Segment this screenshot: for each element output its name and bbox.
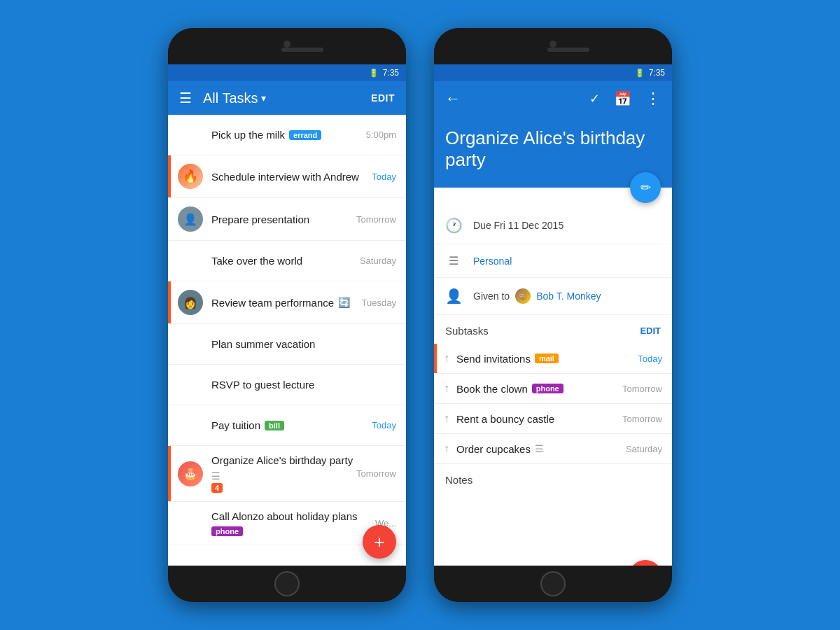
subtask-due: Tomorrow — [622, 384, 662, 394]
menu-icon[interactable]: ☰ — [179, 90, 192, 106]
right-screen: 🔋 7:35 ← ✓ 📅 ⋮ Organize Alice's birthday… — [434, 64, 672, 566]
subtask-item[interactable]: ↑ Send invitations mail Today — [434, 344, 672, 374]
app-title[interactable]: All Tasks ▾ — [203, 90, 266, 106]
repeat-icon: 🔄 — [338, 297, 350, 308]
task-title: Schedule interview with Andrew — [211, 171, 372, 183]
app-header-left: ☰ All Tasks ▾ EDIT — [168, 81, 406, 115]
subtasks-edit-button[interactable]: EDIT — [640, 326, 661, 336]
bottom-bezel-right — [434, 566, 672, 602]
avatar: 🔥 — [178, 164, 203, 189]
battery-icon-right: 🔋 — [635, 69, 645, 78]
task-title: Plan summer vacation — [211, 338, 396, 350]
subtask-arrow-icon: ↑ — [444, 412, 449, 425]
task-text: Plan summer vacation — [211, 338, 396, 350]
subtask-item[interactable]: ↑ Order cupcakes ☰ Saturday — [434, 434, 672, 464]
status-bar-left: 🔋 7:35 — [168, 64, 406, 81]
task-list: Pick up the milk errand 5:00pm 🔥 Schedul… — [168, 115, 406, 566]
time-right: 7:35 — [649, 68, 665, 78]
assignee-info: Given to 🐒 Bob T. Monkey — [473, 288, 601, 304]
subtask-count: 4 — [211, 483, 223, 493]
speaker-right — [547, 48, 589, 52]
subtasks-header: Subtasks EDIT — [434, 315, 672, 344]
task-item[interactable]: 👩 Review team performance 🔄 Tuesday — [168, 281, 406, 324]
list-row: ☰ Personal — [434, 244, 672, 278]
task-detail-content: 🕐 Due Fri 11 Dec 2015 ☰ Personal 👤 Given… — [434, 188, 672, 566]
detail-header: ← ✓ 📅 ⋮ — [434, 81, 672, 116]
mail-badge: mail — [535, 354, 559, 363]
subtask-item[interactable]: ↑ Rent a bouncy castle Tomorrow — [434, 404, 672, 434]
speaker — [281, 48, 323, 52]
calendar-icon[interactable]: 📅 — [614, 90, 631, 107]
person-icon: 👤 — [445, 288, 462, 304]
task-item[interactable]: 🎂 Organize Alice's birthday party ☰ 4 To… — [168, 446, 406, 502]
camera-right — [550, 41, 556, 48]
task-text: Schedule interview with Andrew — [211, 171, 372, 183]
subtask-arrow-icon: ↑ — [444, 352, 449, 365]
task-item[interactable]: Plan summer vacation — [168, 324, 406, 365]
top-bezel-right — [434, 28, 672, 64]
task-item[interactable]: 🔥 Schedule interview with Andrew Today — [168, 155, 406, 198]
assignee-row: 👤 Given to 🐒 Bob T. Monkey — [434, 278, 672, 315]
task-item[interactable]: RSVP to guest lecture — [168, 365, 406, 405]
detail-meta: 🕐 Due Fri 11 Dec 2015 ☰ Personal 👤 Given… — [434, 188, 672, 315]
subtask-title: Book the clown phone — [456, 383, 615, 395]
phone-badge: phone — [532, 384, 564, 393]
task-due: Tuesday — [362, 298, 396, 308]
task-title-area: Organize Alice's birthday party ✏ — [434, 116, 672, 188]
subtask-title: Order cupcakes ☰ — [456, 443, 619, 455]
task-item[interactable]: 👤 Prepare presentation Tomorrow — [168, 198, 406, 241]
task-item[interactable]: Take over the world Saturday — [168, 241, 406, 281]
task-text: Take over the world — [211, 255, 360, 267]
top-bezel — [168, 28, 406, 64]
task-text: Pick up the milk errand — [211, 129, 366, 141]
task-main-title: Organize Alice's birthday party — [445, 127, 661, 171]
task-title: Take over the world — [211, 255, 360, 267]
fab-button[interactable]: + — [363, 525, 396, 559]
subtask-due: Tomorrow — [622, 414, 662, 424]
notes-icon: ☰ — [211, 470, 220, 482]
subtasks-label: Subtasks — [445, 325, 489, 337]
back-button[interactable]: ← — [445, 90, 461, 108]
home-button-right[interactable] — [540, 571, 566, 596]
subtask-arrow-icon: ↑ — [444, 442, 449, 455]
task-due: Tomorrow — [356, 468, 396, 479]
left-screen: 🔋 7:35 ☰ All Tasks ▾ EDIT Pick — [168, 64, 406, 566]
task-text: Prepare presentation — [211, 214, 356, 225]
home-button[interactable] — [274, 571, 300, 596]
edit-button[interactable]: EDIT — [371, 92, 395, 104]
task-sub-row: 4 — [211, 483, 356, 493]
bill-badge: bill — [265, 421, 284, 430]
task-title: Pick up the milk errand — [211, 129, 366, 141]
task-text: Review team performance 🔄 — [211, 297, 362, 309]
subtask-arrow-icon: ↑ — [444, 382, 449, 395]
assignee-name[interactable]: Bob T. Monkey — [536, 290, 601, 302]
avatar: 🎂 — [178, 461, 203, 486]
list-icon: ☰ — [445, 254, 462, 267]
left-phone: 🔋 7:35 ☰ All Tasks ▾ EDIT Pick — [168, 28, 406, 602]
time-left: 7:35 — [383, 68, 399, 78]
more-icon[interactable]: ⋮ — [645, 90, 661, 108]
task-text: RSVP to guest lecture — [211, 379, 396, 391]
task-due: 5:00pm — [366, 130, 396, 140]
notes-section: Notes — [434, 464, 672, 496]
assignee-avatar: 🐒 — [515, 288, 531, 304]
due-date-row: 🕐 Due Fri 11 Dec 2015 — [434, 207, 672, 244]
right-phone: 🔋 7:35 ← ✓ 📅 ⋮ Organize Alice's birthday… — [434, 28, 672, 602]
subtask-due: Today — [638, 354, 662, 364]
check-icon[interactable]: ✓ — [589, 91, 600, 106]
task-due: Today — [372, 420, 396, 430]
task-title: Call Alonzo about holiday plans phone — [211, 510, 375, 536]
task-item[interactable]: Pay tuition bill Today — [168, 405, 406, 446]
subtask-item[interactable]: ↑ Book the clown phone Tomorrow — [434, 374, 672, 404]
task-title: Review team performance 🔄 — [211, 297, 362, 309]
task-title: RSVP to guest lecture — [211, 379, 396, 391]
task-item[interactable]: Pick up the milk errand 5:00pm — [168, 115, 406, 155]
camera — [284, 41, 290, 48]
list-name[interactable]: Personal — [473, 255, 512, 267]
notes-icon: ☰ — [535, 443, 544, 454]
avatar: 👩 — [178, 290, 203, 315]
phone-badge: phone — [211, 526, 243, 536]
header-left: ☰ All Tasks ▾ — [179, 90, 266, 106]
due-date-text: Due Fri 11 Dec 2015 — [473, 220, 564, 231]
task-due: Today — [372, 172, 396, 182]
